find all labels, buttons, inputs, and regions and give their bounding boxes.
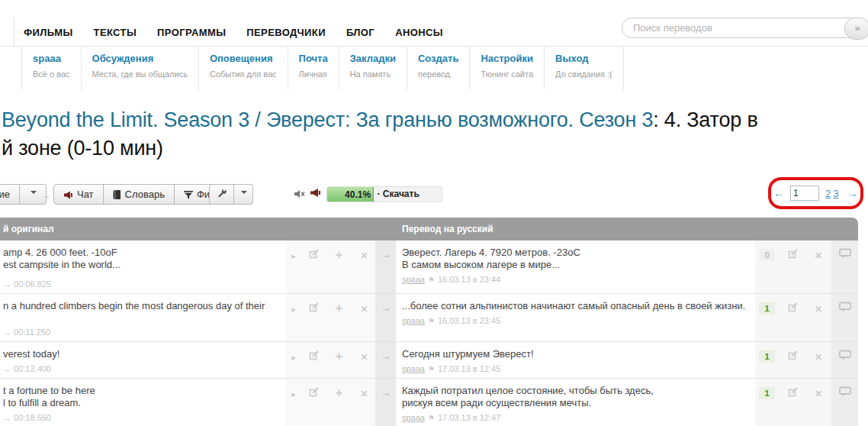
search-input[interactable]: [622, 18, 860, 38]
dictionary-button[interactable]: Словарь: [103, 184, 175, 205]
edit-icon[interactable]: [301, 248, 326, 262]
timecode: → 00:18.550: [3, 410, 281, 426]
original-text: t a fortune to be herel to fulfill a dre…: [3, 385, 281, 409]
edit-translation-icon[interactable]: [780, 386, 805, 400]
user-nav-title[interactable]: Обсуждения: [92, 53, 188, 64]
nav-item[interactable]: ПРОГРАММЫ: [157, 27, 226, 38]
user-nav-item[interactable]: ОбсужденияМеста, где вы общались: [82, 47, 199, 90]
transfer-arrow-icon[interactable]: →: [375, 294, 396, 341]
tools-button[interactable]: [209, 184, 234, 205]
search-button[interactable]: »: [844, 18, 868, 40]
nav-item[interactable]: БЛОГ: [346, 27, 375, 38]
comment-icon[interactable]: [831, 294, 858, 341]
flag-icon[interactable]: ⚑: [428, 414, 435, 422]
user-nav-item[interactable]: ВыходДо свидания :(: [545, 47, 624, 90]
rating-cell: 1: [755, 379, 780, 426]
title-link[interactable]: Beyond the Limit. Season 3 / Эверест: За…: [2, 108, 653, 131]
delete-translation-icon[interactable]: ✕: [805, 389, 831, 399]
user-nav-title[interactable]: Настройки: [481, 53, 533, 64]
play-icon[interactable]: ▸: [286, 251, 301, 261]
sort-button[interactable]: ние: [0, 184, 20, 205]
transfer-arrow-icon[interactable]: →: [375, 342, 396, 378]
flag-icon[interactable]: ⚑: [428, 276, 435, 284]
author-link[interactable]: spaaa: [402, 316, 425, 325]
megaphone-icon: [63, 186, 73, 205]
play-icon[interactable]: ▸: [286, 305, 301, 315]
translation-actions: ✕: [780, 342, 831, 378]
add-icon[interactable]: +: [326, 248, 352, 262]
play-icon[interactable]: ▸: [286, 353, 301, 363]
comment-icon[interactable]: [831, 379, 858, 426]
page-input[interactable]: [790, 186, 819, 201]
user-nav-title[interactable]: Закладки: [350, 53, 396, 64]
page-link[interactable]: 2: [825, 188, 831, 199]
edit-translation-icon[interactable]: [780, 302, 805, 315]
delete-icon[interactable]: ✕: [352, 389, 377, 399]
delete-icon[interactable]: ✕: [352, 250, 377, 261]
flag-icon[interactable]: ⚑: [428, 365, 435, 373]
edit-icon[interactable]: [301, 302, 326, 315]
page-link[interactable]: 3: [833, 188, 838, 199]
speaker-off-icon[interactable]: [294, 188, 306, 202]
next-page-arrow[interactable]: →: [847, 187, 857, 199]
user-nav-item[interactable]: ОповещенияСобытия для вас: [199, 47, 288, 90]
user-nav-item[interactable]: spaaaВсё о вас: [21, 47, 82, 90]
play-icon[interactable]: ▸: [286, 389, 301, 399]
edit-icon[interactable]: [301, 386, 326, 400]
nav-item[interactable]: ПЕРЕВОДЧИКИ: [246, 27, 326, 38]
add-icon[interactable]: +: [326, 386, 352, 400]
edit-translation-icon[interactable]: [780, 248, 805, 262]
delete-translation-icon[interactable]: ✕: [805, 304, 831, 315]
user-nav-title[interactable]: Создать: [418, 53, 458, 64]
user-nav-subtitle: До свидания :(: [555, 69, 612, 79]
translation-date: 17.03.13 в 12:47: [438, 413, 500, 422]
rating-badge[interactable]: 1: [759, 387, 775, 399]
nav-item[interactable]: АНОНСЫ: [395, 27, 443, 38]
delete-icon[interactable]: ✕: [352, 304, 377, 315]
nav-item[interactable]: ТЕКСТЫ: [94, 27, 137, 38]
chat-button[interactable]: Чат: [53, 184, 104, 205]
edit-icon[interactable]: [301, 350, 326, 363]
add-icon[interactable]: +: [326, 350, 352, 363]
user-nav-item[interactable]: ЗакладкиНа память: [339, 47, 407, 90]
user-nav-item[interactable]: НастройкиТюнинг сайта: [470, 47, 545, 90]
edit-translation-icon[interactable]: [780, 350, 805, 363]
flag-icon[interactable]: ⚑: [428, 317, 435, 325]
rating-cell: 0: [755, 240, 780, 293]
user-nav-title[interactable]: spaaa: [33, 53, 70, 64]
user-nav-item[interactable]: Создатьперевод: [407, 47, 470, 90]
download-link[interactable]: · Скачать: [378, 187, 420, 202]
rating-badge[interactable]: 0: [759, 249, 775, 261]
transfer-arrow-icon[interactable]: →: [375, 240, 396, 293]
user-nav-title[interactable]: Оповещения: [210, 53, 277, 64]
transfer-arrow-icon[interactable]: →: [375, 379, 396, 426]
translation-cell: Эверест. Лагерь 4. 7920 метров. -23оСВ с…: [396, 240, 755, 293]
add-icon[interactable]: +: [326, 302, 352, 315]
timecode: → 00:11.250: [3, 324, 281, 341]
user-nav-item[interactable]: ПочтаЛичная: [288, 47, 339, 90]
rating-badge[interactable]: 1: [759, 302, 775, 315]
user-nav-title[interactable]: Почта: [299, 53, 328, 64]
author-link[interactable]: spaaa: [402, 364, 425, 373]
tools-dropdown-button[interactable]: [234, 184, 253, 205]
progress-bar[interactable]: 40.1% · Скачать: [326, 186, 442, 202]
author-link[interactable]: spaaa: [402, 413, 425, 422]
user-nav-title[interactable]: Выход: [555, 53, 612, 64]
announce-megaphone-icon[interactable]: [310, 187, 321, 201]
delete-translation-icon[interactable]: ✕: [805, 250, 831, 261]
nav-item[interactable]: ФИЛЬМЫ: [24, 27, 73, 38]
table-header: й оригинал Перевод на русский: [0, 218, 858, 240]
translation-text: Каждый потратил целое состояние, чтобы б…: [402, 385, 751, 409]
comment-icon[interactable]: [831, 342, 858, 378]
user-nav: spaaaВсё о васОбсужденияМеста, где вы об…: [21, 47, 624, 90]
table-row: verest today! → 00:13.400 ▸+✕ → Сегодня …: [0, 342, 858, 379]
delete-translation-icon[interactable]: ✕: [805, 352, 831, 363]
table-body: amp 4. 26 000 feet. -10oFest campsite in…: [0, 240, 858, 426]
author-link[interactable]: spaaa: [402, 275, 425, 284]
delete-icon[interactable]: ✕: [352, 352, 377, 363]
comment-icon[interactable]: [831, 240, 858, 293]
translation-text: ...более сотни альпинистов начинают самы…: [402, 300, 751, 312]
rating-badge[interactable]: 1: [759, 350, 775, 363]
translation-date: 17.03.13 в 12:45: [438, 364, 500, 373]
prev-page-arrow[interactable]: ←: [773, 187, 784, 199]
